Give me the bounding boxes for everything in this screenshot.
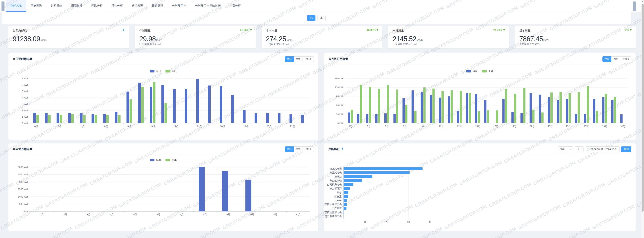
svg-text:西区总电表: 西区总电表: [330, 167, 342, 170]
scrollbar-thumb[interactable]: [642, 4, 644, 212]
stat-percent-badge: -46.03%: [366, 28, 378, 32]
svg-text:6点: 6点: [104, 125, 108, 128]
svg-text:接待处: 接待处: [334, 175, 342, 178]
scrollbar-up-arrow[interactable]: ▲: [641, 0, 644, 3]
svg-text:10: 10: [364, 221, 366, 224]
chart-mode-button[interactable]: 平均值: [303, 56, 314, 62]
svg-text:当月: 当月: [472, 70, 478, 73]
stat-value: 2145.52kWh: [392, 35, 504, 43]
svg-text:财务室: 财务室: [334, 195, 342, 198]
svg-text:7月: 7月: [180, 213, 184, 216]
svg-text:22点: 22点: [290, 125, 295, 128]
stat-subtext: 去年用量 0.00 kWh: [519, 43, 540, 46]
nav-tab-2[interactable]: 计价策略: [46, 0, 67, 12]
chart-mode-button[interactable]: 柱状: [285, 146, 294, 152]
svg-text:东区总电表: 东区总电表: [330, 171, 342, 174]
stat-card-title: 当前总能耗: [13, 29, 125, 32]
svg-text:31号: 31号: [620, 125, 625, 128]
svg-text:5月: 5月: [133, 213, 137, 216]
hourly-usage-chart[interactable]: 0 kWh1 kWh2 kWh3 kWh4 kWh5 kWh6 kWh7 kWh…: [8, 65, 318, 138]
svg-text:6 kWh: 6 kWh: [22, 84, 28, 86]
svg-text:30 kWh: 30 kWh: [336, 113, 344, 116]
chevron-down-icon: [580, 149, 582, 150]
nav-tab-3[interactable]: 用能集抄: [67, 0, 87, 12]
svg-text:4月: 4月: [110, 213, 114, 216]
svg-text:8点: 8点: [128, 125, 131, 128]
scroll-thumb-right[interactable]: [633, 2, 636, 11]
energy-type-toggle: 电水: [2, 12, 631, 24]
nav-tab-5[interactable]: 环比分析: [107, 0, 127, 12]
stat-value: 7867.45kWh: [519, 35, 631, 43]
svg-text:19号: 19号: [512, 125, 516, 128]
svg-text:90 kWh: 90 kWh: [336, 95, 344, 98]
svg-text:500 kWh: 500 kWh: [19, 203, 28, 206]
chart-mode-button[interactable]: 平均值: [620, 56, 631, 62]
svg-text:2点: 2点: [58, 125, 61, 128]
daily-usage-chart[interactable]: 0 kWh30 kWh60 kWh90 kWh120 kWh150 kWh1号3…: [324, 65, 636, 138]
panel-monthly-header: 当年逐月用电量 柱状曲线平均值: [8, 144, 318, 155]
nav-tab-4[interactable]: 同比分析: [87, 0, 107, 12]
scroll-thumb-left[interactable]: [2, 2, 4, 11]
lightning-icon: [341, 147, 344, 150]
chart-mode-button[interactable]: 柱状: [285, 56, 294, 62]
svg-text:1000 kWh: 1000 kWh: [18, 196, 28, 198]
svg-text:27号: 27号: [584, 125, 589, 128]
nav-tab-6[interactable]: 分组管理: [127, 0, 148, 12]
chart-mode-button[interactable]: 曲线: [612, 56, 620, 62]
energy-toggle-option-1[interactable]: 水: [317, 15, 326, 21]
period-select[interactable]: 日: [575, 146, 584, 152]
stat-card-1: 今日用量-61.96%29.98kWh昨日用量 78.83 kWh: [135, 26, 256, 48]
lightning-icon: [341, 147, 344, 151]
svg-text:综合管理部: 综合管理部: [330, 187, 342, 190]
svg-text:0 kWh: 0 kWh: [22, 210, 28, 213]
svg-text:3 kWh: 3 kWh: [22, 103, 28, 106]
browser-scrollbar[interactable]: ▲: [641, 0, 644, 238]
svg-text:1月: 1月: [40, 213, 44, 216]
group-select[interactable]: 分组: [558, 146, 573, 152]
svg-text:21号: 21号: [530, 125, 534, 128]
svg-text:上月: 上月: [488, 70, 493, 73]
nav-tab-10[interactable]: 电费分析: [225, 0, 245, 12]
chart-mode-button[interactable]: 曲线: [294, 56, 303, 62]
svg-text:东区风机盘管电表: 东区风机盘管电表: [324, 203, 342, 206]
date-range-picker[interactable]: 2024-10-31 - 2024-10-31: [585, 146, 620, 152]
svg-text:12月: 12月: [296, 213, 301, 216]
nav-tab-8[interactable]: 分时段用电: [168, 0, 191, 12]
chart-mode-switch: 柱状曲线平均值: [602, 56, 631, 62]
watermark-text: GREATGROUP.COM: [0, 115, 0, 142]
svg-text:18点: 18点: [243, 125, 248, 128]
panel-monthly-title: 当年逐月用电量: [13, 147, 32, 151]
stat-card-title: 本月用量: [392, 29, 504, 32]
nav-tab-9[interactable]: 分时段用电原始数据: [191, 0, 225, 12]
chart-mode-button[interactable]: 曲线: [294, 146, 303, 152]
stat-card-title: 本周用量: [266, 29, 378, 32]
chevron-down-icon: [570, 149, 571, 150]
stat-card-title: 今日用量: [139, 29, 251, 32]
svg-text:2000 kWh: 2000 kWh: [18, 181, 28, 183]
svg-text:0 kWh: 0 kWh: [338, 122, 344, 125]
nav-tab-0[interactable]: 能耗总览: [6, 0, 26, 12]
chart-mode-button[interactable]: 柱状: [602, 56, 612, 62]
svg-text:1 kWh: 1 kWh: [22, 116, 28, 118]
nav-tab-7[interactable]: 设备管理: [148, 0, 168, 12]
panel-ranking-title-text: 用能排行: [328, 147, 340, 151]
svg-text:当年: 当年: [156, 159, 161, 162]
query-button[interactable]: 查询: [621, 146, 631, 152]
ranking-controls: 分组 日 2024-10-31 - 2024-10-31 查询: [558, 146, 631, 152]
svg-text:7号: 7号: [403, 125, 406, 128]
svg-text:23号: 23号: [548, 125, 553, 128]
stat-card-3: 本月用量-21.28%2145.52kWh上月用量 2725.41 kWh: [388, 26, 509, 48]
energy-ranking-chart[interactable]: 010203040西区总电表东区总电表接待处办公区照明空调机房电表综合管理部前台…: [324, 155, 455, 228]
svg-text:10月: 10月: [249, 213, 254, 216]
group-select-value: 分组: [560, 148, 564, 151]
svg-text:办公区照明: 办公区照明: [330, 179, 342, 182]
chart-mode-button[interactable]: 平均值: [303, 146, 314, 152]
nav-tab-1[interactable]: 历史查询: [26, 0, 46, 12]
stat-card-0: 当前总能耗91238.09kWh: [8, 26, 129, 48]
svg-text:今日: 今日: [172, 70, 176, 73]
energy-toggle-option-0[interactable]: 电: [307, 15, 316, 21]
stat-percent-badge: -61.96%: [239, 28, 252, 32]
monthly-usage-chart[interactable]: 0 kWh500 kWh1000 kWh1500 kWh2000 kWh2500…: [8, 155, 318, 229]
stat-value: 91238.09kWh: [13, 35, 125, 43]
stat-value: 274.25kWh: [266, 35, 378, 43]
